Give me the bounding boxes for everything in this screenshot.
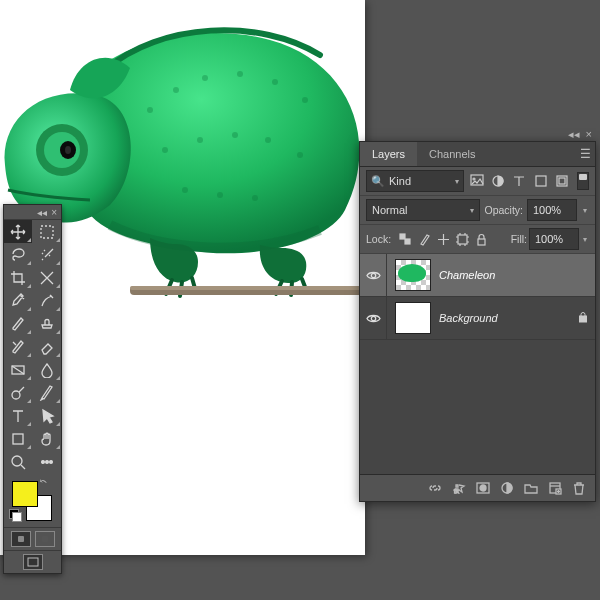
rect-marquee-tool[interactable] [33,220,61,243]
eyedropper-tool[interactable] [4,289,32,312]
close-icon[interactable]: × [586,128,592,140]
rectangle-tool[interactable] [4,427,32,450]
layer-row[interactable]: Background [360,297,595,340]
quickmask-off[interactable] [11,531,31,547]
gradient-tool[interactable] [4,358,32,381]
opacity-label: Opacity: [484,204,523,216]
lasso-tool[interactable] [4,243,32,266]
svg-point-24 [12,456,22,466]
pen-tool[interactable] [33,381,61,404]
type-tool[interactable] [4,404,32,427]
delete-layer-icon[interactable] [571,480,587,496]
layer-thumbnail[interactable] [395,302,431,334]
brush-tool[interactable] [4,312,32,335]
svg-point-30 [473,178,475,180]
color-swatches: ⤺ [4,477,61,525]
screen-mode-row [4,527,61,550]
eraser-tool[interactable] [33,335,61,358]
blend-mode-value: Normal [372,204,407,216]
collapse-icon[interactable]: ◂◂ [568,128,580,141]
svg-point-12 [162,147,168,153]
lock-pixels-icon[interactable] [416,231,432,247]
opacity-caret-icon[interactable]: ▾ [581,206,589,215]
link-layers-icon[interactable] [427,480,443,496]
svg-point-26 [45,460,48,463]
filter-adjust-icon[interactable] [490,173,506,189]
filter-pixel-icon[interactable] [469,173,485,189]
clone-stamp-tool[interactable] [33,312,61,335]
dodge-tool[interactable] [4,381,32,404]
path-select-tool[interactable] [33,404,61,427]
slice-tool[interactable] [33,266,61,289]
visibility-toggle[interactable] [360,254,387,296]
lock-all-icon[interactable] [473,231,489,247]
tools-panel: ◂◂ × ⤺ [3,204,62,574]
svg-point-18 [217,192,223,198]
svg-point-9 [237,71,243,77]
svg-point-40 [371,316,375,320]
tab-channels[interactable]: Channels [417,142,487,166]
filter-shape-icon[interactable] [533,173,549,189]
blur-tool[interactable] [33,358,61,381]
history-brush-tool[interactable] [4,335,32,358]
filter-type-icons [468,173,571,189]
caret-down-icon: ▾ [470,206,474,215]
svg-point-10 [272,79,278,85]
screen-mode-btn[interactable] [23,554,43,570]
svg-point-44 [480,485,486,491]
new-layer-icon[interactable] [547,480,563,496]
tool-grid [4,220,61,473]
svg-point-8 [202,75,208,81]
svg-point-13 [197,137,203,143]
move-tool[interactable] [4,220,32,243]
new-group-icon[interactable] [523,480,539,496]
healing-brush-tool[interactable] [33,289,61,312]
svg-point-39 [371,273,375,277]
layer-style-icon[interactable]: fx [451,480,467,496]
fill-caret-icon[interactable]: ▾ [581,235,589,244]
lock-fill-row: Lock: Fill: 100% ▾ [360,225,595,254]
foreground-swatch[interactable] [12,481,38,507]
svg-rect-32 [536,176,546,186]
layer-name[interactable]: Chameleon [439,269,495,281]
edit-toolbar[interactable] [33,450,61,473]
filter-type-icon[interactable] [511,173,527,189]
lock-position-icon[interactable] [435,231,451,247]
svg-point-16 [297,152,303,158]
layer-row[interactable]: Chameleon [360,254,595,297]
lock-artboard-icon[interactable] [454,231,470,247]
crop-tool[interactable] [4,266,32,289]
swap-colors-icon[interactable]: ⤺ [40,479,48,486]
add-mask-icon[interactable] [475,480,491,496]
adjustment-layer-icon[interactable] [499,480,515,496]
filter-kind-select[interactable]: 🔍 Kind ▾ [366,170,464,192]
panel-menu-icon[interactable]: ☰ [575,142,595,166]
svg-rect-35 [400,234,405,239]
quickmask-on[interactable] [35,531,55,547]
close-icon[interactable]: × [51,207,57,218]
layers-list: ChameleonBackground [360,254,595,474]
svg-point-15 [265,137,271,143]
magic-wand-tool[interactable] [33,243,61,266]
svg-rect-20 [41,226,53,238]
default-colors-icon[interactable] [9,509,21,521]
layer-filter-row: 🔍 Kind ▾ [360,167,595,196]
fill-field[interactable]: 100% [529,228,579,250]
layer-thumbnail[interactable] [395,259,431,291]
filter-toggle[interactable] [577,172,589,190]
blend-mode-select[interactable]: Normal ▾ [366,199,480,221]
lock-label: Lock: [366,233,391,245]
layer-name[interactable]: Background [439,312,498,324]
tab-layers[interactable]: Layers [360,142,417,166]
zoom-tool[interactable] [4,450,32,473]
screen-mode-row2 [4,550,61,573]
visibility-toggle[interactable] [360,297,387,339]
filter-smart-icon[interactable] [554,173,570,189]
lock-transparency-icon[interactable] [397,231,413,247]
collapse-icon[interactable]: ◂◂ [37,207,47,218]
svg-rect-34 [559,178,565,184]
hand-tool[interactable] [33,427,61,450]
opacity-field[interactable]: 100% [527,199,577,221]
fill-value: 100% [535,233,563,245]
svg-point-11 [302,97,308,103]
